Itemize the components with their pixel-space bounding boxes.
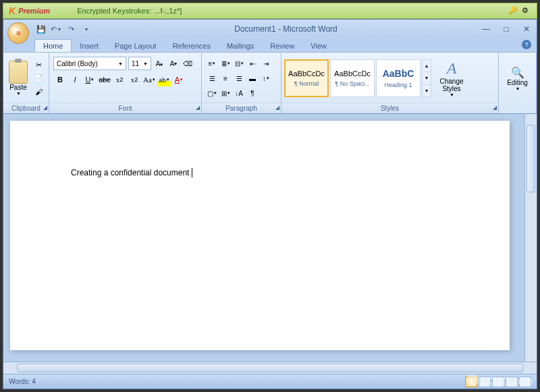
copy-button[interactable]: 📄 (33, 73, 44, 84)
paste-button[interactable]: Paste ▼ (6, 61, 30, 96)
quick-access-toolbar: 💾 ↶▼ ↷ ▼ (36, 24, 92, 34)
show-marks-button[interactable]: ¶ (246, 87, 259, 99)
vertical-scrollbar-thumb[interactable] (526, 125, 535, 192)
title-bar: ⊞ 💾 ↶▼ ↷ ▼ Document1 - Microsoft Word — … (3, 20, 537, 38)
clear-formatting-button[interactable]: ⌫ (182, 57, 194, 69)
grow-font-button[interactable]: A▴ (153, 57, 165, 69)
ribbon-tabs: Home Insert Page Layout References Maili… (3, 38, 537, 52)
word-window: ⊞ 💾 ↶▼ ↷ ▼ Document1 - Microsoft Word — … (3, 19, 537, 389)
style-preview: AaBbCcDc (334, 69, 371, 78)
multilevel-button[interactable]: ⊟▾ (233, 57, 245, 69)
horizontal-scrollbar-thumb[interactable] (17, 364, 523, 372)
format-painter-button[interactable]: 🖌 (33, 86, 44, 97)
editing-label: Editing (507, 79, 528, 86)
align-center-button[interactable]: ≡ (219, 72, 232, 84)
tab-review[interactable]: Review (262, 40, 302, 52)
horizontal-scrollbar[interactable] (3, 362, 537, 374)
paragraph-launcher[interactable]: ◢ (275, 105, 279, 111)
status-bar: Words: 4 (3, 374, 537, 389)
styles-group: AaBbCcDc ¶ Normal AaBbCcDc ¶ No Spaci...… (281, 53, 499, 113)
numbering-button[interactable]: ≣▾ (219, 57, 232, 69)
encrypted-label: Encrypted Keystrokes: (77, 7, 151, 15)
styles-scroll-down[interactable]: ▾ (423, 72, 431, 84)
editing-group: 🔍 Editing ▼ . (499, 53, 537, 113)
keyscrambler-logo: K (9, 5, 16, 16)
clipboard-group: Paste ▼ ✂ 📄 🖌 Clipboard◢ (3, 53, 49, 113)
redo-button[interactable]: ↷ (65, 24, 76, 34)
bullets-button[interactable]: ≡▾ (206, 57, 218, 69)
tab-insert[interactable]: Insert (72, 40, 107, 52)
justify-button[interactable]: ▬ (246, 72, 259, 84)
tab-references[interactable]: References (165, 40, 219, 52)
font-color-button[interactable]: A▾ (172, 73, 186, 86)
font-size-select[interactable]: 11▼ (128, 57, 151, 70)
tab-home[interactable]: Home (34, 39, 72, 52)
font-launcher[interactable]: ◢ (196, 105, 200, 111)
borders-button[interactable]: ⊞▾ (219, 87, 232, 99)
keyscrambler-edition: Premium (18, 7, 50, 15)
change-styles-label: Change Styles (435, 78, 468, 92)
paragraph-group-label: Paragraph◢ (202, 103, 281, 113)
tab-view[interactable]: View (302, 40, 335, 52)
style-normal[interactable]: AaBbCcDc ¶ Normal (284, 59, 329, 97)
window-title: Document1 - Microsoft Word (92, 24, 480, 34)
maximize-button[interactable]: □ (500, 24, 512, 34)
shading-button[interactable]: ▢▾ (206, 87, 218, 99)
paragraph-group: ≡▾ ≣▾ ⊟▾ ⇤ ⇥ ☰ ≡ ☰ ▬ ↕▾ (202, 53, 281, 113)
style-preview: AaBbC (383, 68, 414, 79)
increase-indent-button[interactable]: ⇥ (260, 57, 272, 69)
style-name-label: ¶ No Spaci... (335, 80, 369, 87)
watermark: ◐ LO4D.com (466, 374, 533, 387)
styles-group-label: Styles◢ (281, 103, 498, 113)
style-preview: AaBbCcDc (288, 69, 325, 78)
help-button[interactable]: ? (522, 40, 531, 49)
styles-launcher[interactable]: ◢ (493, 105, 497, 111)
vertical-scrollbar[interactable] (524, 114, 537, 362)
strikethrough-button[interactable]: abc (98, 73, 111, 86)
undo-button[interactable]: ↶▼ (51, 24, 61, 34)
style-name-label: Heading 1 (384, 82, 412, 88)
save-button[interactable]: 💾 (36, 24, 47, 34)
subscript-button[interactable]: x2 (113, 73, 126, 86)
decrease-indent-button[interactable]: ⇤ (246, 57, 259, 69)
tab-mailings[interactable]: Mailings (219, 40, 262, 52)
align-right-button[interactable]: ☰ (233, 72, 245, 84)
tab-page-layout[interactable]: Page Layout (107, 40, 165, 52)
bold-button[interactable]: B (53, 73, 67, 86)
align-left-button[interactable]: ☰ (206, 72, 218, 84)
change-case-button[interactable]: Aa▾ (142, 73, 156, 86)
minimize-button[interactable]: — (480, 24, 492, 34)
styles-expand[interactable]: ▾ (423, 85, 431, 96)
highlight-button[interactable]: ab▾ (157, 73, 171, 86)
close-button[interactable]: ✕ (520, 24, 533, 34)
change-styles-button[interactable]: A Change Styles ▼ (435, 59, 468, 97)
keyscrambler-key-icon[interactable]: 🔑 (508, 6, 518, 16)
underline-button[interactable]: U▾ (83, 73, 97, 86)
document-page[interactable]: Creating a confidential document (10, 121, 510, 350)
font-name-select[interactable]: Calibri (Body)▼ (53, 57, 126, 70)
document-scroll[interactable]: Creating a confidential document (3, 114, 537, 362)
italic-button[interactable]: I (68, 73, 82, 86)
word-count[interactable]: Words: 4 (9, 378, 36, 385)
style-heading1[interactable]: AaBbC Heading 1 (376, 59, 421, 97)
watermark-icon: ◐ (466, 374, 479, 387)
ribbon: Paste ▼ ✂ 📄 🖌 Clipboard◢ Calibri (Body)▼ (3, 52, 537, 114)
keyscrambler-settings-icon[interactable]: ⚙ (522, 6, 531, 16)
style-no-spacing[interactable]: AaBbCcDc ¶ No Spaci... (330, 59, 375, 97)
cut-button[interactable]: ✂ (33, 59, 44, 70)
styles-scroll: ▴ ▾ ▾ (422, 59, 431, 97)
clipboard-icon (9, 61, 28, 84)
clipboard-launcher[interactable]: ◢ (43, 105, 47, 111)
document-area: Creating a confidential document (3, 114, 537, 362)
sort-button[interactable]: ↓A (233, 87, 245, 99)
editing-button[interactable]: 🔍 Editing ▼ (502, 66, 533, 91)
superscript-button[interactable]: x2 (128, 73, 141, 86)
style-name-label: ¶ Normal (294, 80, 319, 87)
document-text: Creating a confidential document (71, 168, 189, 177)
styles-scroll-up[interactable]: ▴ (423, 60, 431, 72)
line-spacing-button[interactable]: ↕▾ (260, 72, 272, 84)
qat-customize-button[interactable]: ▼ (81, 24, 92, 34)
find-icon: 🔍 (511, 66, 524, 79)
paste-label: Paste (9, 84, 27, 91)
shrink-font-button[interactable]: A▾ (167, 57, 180, 69)
